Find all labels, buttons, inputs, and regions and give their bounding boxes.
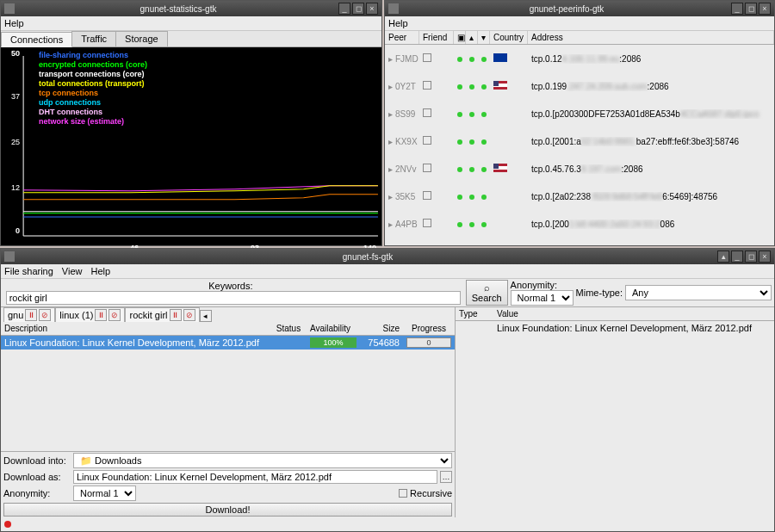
dl-as-label: Download as:	[3, 472, 71, 482]
friend-checkbox[interactable]	[423, 108, 431, 117]
peer-row[interactable]: ▸FJMDtcp.0.124.100.11.99.eu:2086	[385, 45, 774, 72]
tab-close-icon[interactable]: ⊘	[39, 309, 51, 321]
search-icon: ⌕	[484, 282, 490, 293]
col-up-icon[interactable]: ▴	[466, 31, 478, 44]
menu-help[interactable]: Help	[388, 18, 408, 28]
tab-stop-icon[interactable]: ⏸	[25, 309, 37, 321]
keywords-input[interactable]	[6, 291, 461, 305]
col-description[interactable]: Description	[1, 322, 270, 335]
search-tab[interactable]: linux (1)⏸⊘	[55, 307, 125, 322]
peer-row[interactable]: ▸35K5tcp.0.[2a02:238:f028:9d68:54ff:fe66…	[385, 182, 774, 210]
dl-anon-select[interactable]: Normal 1	[73, 486, 136, 501]
expand-icon[interactable]: ▸	[385, 164, 392, 174]
tab-scroll-left[interactable]: ◂	[200, 310, 212, 322]
stats-title: gnunet-statistics-gtk	[20, 4, 337, 14]
peer-row[interactable]: ▸0Y2Ttcp.0.199.247.24.209.sub.com:2086	[385, 72, 774, 100]
tab-close-icon[interactable]: ⊘	[183, 309, 195, 321]
expand-icon[interactable]: ▸	[385, 82, 392, 91]
shade-icon[interactable]: ▴	[717, 251, 729, 263]
col-type[interactable]: Type	[456, 307, 493, 320]
fs-window: gnunet-fs-gtk ▴ _ ◻ × File sharing View …	[0, 248, 775, 532]
tab-stop-icon[interactable]: ⏸	[170, 309, 182, 321]
dl-into-select[interactable]: 📁 Downloads	[73, 453, 452, 468]
close-icon[interactable]: ×	[759, 3, 771, 15]
recursive-checkbox[interactable]	[399, 489, 407, 498]
search-button[interactable]: ⌕Search	[466, 280, 508, 306]
tab-close-icon[interactable]: ⊘	[108, 309, 121, 321]
col-friend[interactable]: Friend	[419, 31, 454, 44]
col-address[interactable]: Address	[528, 31, 774, 44]
anonymity-select[interactable]: Normal 1	[511, 290, 574, 306]
minimize-icon[interactable]: _	[731, 3, 743, 15]
peer-row[interactable]: ▸KX9Xtcp.0.[2001:a02:14b0:9981:ba27:ebff…	[385, 127, 774, 155]
menu-view[interactable]: View	[62, 266, 83, 276]
col-availability[interactable]: Availability	[307, 322, 360, 335]
expand-icon[interactable]: ▸	[385, 137, 392, 146]
col-box-icon[interactable]: ▣	[454, 31, 466, 44]
friend-checkbox[interactable]	[423, 53, 431, 62]
expand-icon[interactable]: ▸	[385, 220, 392, 229]
peer-titlebar[interactable]: gnunet-peerinfo-gtk _ ◻ ×	[385, 1, 774, 16]
download-button[interactable]: Download!	[3, 503, 452, 517]
search-tabs: gnu⏸⊘linux (1)⏸⊘rockit girl⏸⊘◂	[3, 307, 212, 322]
close-icon[interactable]: ×	[366, 3, 378, 15]
minimize-icon[interactable]: _	[731, 251, 743, 263]
menu-help[interactable]: Help	[4, 18, 24, 28]
tab-traffic[interactable]: Traffic	[71, 31, 116, 46]
tab-connections[interactable]: Connections	[1, 32, 72, 47]
status-indicator	[4, 521, 11, 528]
peer-row[interactable]: ▸A4PBtcp.0.[2001:b8:4400:2a50:24:93:2086	[385, 210, 774, 238]
minimize-icon[interactable]: _	[338, 3, 350, 15]
expand-icon[interactable]: ▸	[385, 192, 392, 201]
meta-row[interactable]: Linux Foundation: Linux Kernel Developme…	[456, 321, 774, 335]
mime-select[interactable]: Any	[625, 285, 772, 300]
result-row[interactable]: Linux Foundation: Linux Kernel Developme…	[1, 336, 455, 350]
expand-icon[interactable]: ▸	[385, 54, 392, 64]
app-icon	[4, 3, 15, 14]
col-down-icon[interactable]: ▾	[478, 31, 490, 44]
menu-file-sharing[interactable]: File sharing	[4, 266, 53, 276]
stats-tabs: Connections Traffic Storage	[1, 31, 381, 47]
results-pane: gnu⏸⊘linux (1)⏸⊘rockit girl⏸⊘◂ Descripti…	[1, 307, 456, 517]
stats-titlebar[interactable]: gnunet-statistics-gtk _ ◻ ×	[1, 1, 381, 16]
friend-checkbox[interactable]	[423, 164, 431, 172]
friend-checkbox[interactable]	[423, 81, 431, 90]
menu-help[interactable]: Help	[91, 266, 111, 276]
tab-stop-icon[interactable]: ⏸	[95, 309, 107, 321]
col-peer[interactable]: Peer	[385, 31, 419, 44]
col-country[interactable]: Country	[490, 31, 528, 44]
col-size[interactable]: Size	[360, 322, 403, 335]
fs-menubar: File sharing View Help	[1, 264, 774, 279]
search-tab[interactable]: gnu⏸⊘	[3, 307, 55, 322]
expand-icon[interactable]: ▸	[385, 109, 392, 119]
dl-as-input[interactable]	[73, 470, 437, 484]
browse-button[interactable]: …	[440, 471, 452, 483]
flag-icon	[493, 53, 507, 62]
col-status[interactable]: Status	[270, 322, 307, 335]
col-value[interactable]: Value	[493, 307, 774, 320]
peer-row[interactable]: ▸8S99tcp.0.[p200300DFE7253A01d8EA534b4CC…	[385, 100, 774, 127]
maximize-icon[interactable]: ◻	[745, 3, 757, 15]
peer-menubar: Help	[385, 16, 774, 31]
peer-title: gnunet-peerinfo-gtk	[404, 4, 729, 14]
col-progress[interactable]: Progress	[403, 322, 455, 335]
legend-item: transport connections (core)	[39, 70, 147, 79]
maximize-icon[interactable]: ◻	[745, 251, 757, 263]
peer-table-body: ▸FJMDtcp.0.124.100.11.99.eu:2086▸0Y2Ttcp…	[385, 45, 774, 245]
legend-item: tcp connections	[39, 89, 147, 98]
flag-icon	[493, 164, 507, 172]
tab-storage[interactable]: Storage	[115, 31, 168, 46]
mime-label: Mime-type:	[576, 288, 623, 298]
legend-item: udp connections	[39, 98, 147, 108]
friend-checkbox[interactable]	[423, 136, 431, 145]
friend-checkbox[interactable]	[423, 219, 431, 227]
peer-row[interactable]: ▸2NVvtcp.0.45.76.39.197.com:2086	[385, 155, 774, 182]
close-icon[interactable]: ×	[759, 251, 771, 263]
legend-item: encrypted connections (core)	[39, 60, 147, 70]
maximize-icon[interactable]: ◻	[352, 3, 364, 15]
search-tab[interactable]: rockit girl⏸⊘	[125, 307, 199, 322]
recursive-label: Recursive	[410, 488, 452, 498]
friend-checkbox[interactable]	[423, 191, 431, 200]
meta-header: Type Value	[456, 307, 774, 321]
fs-titlebar[interactable]: gnunet-fs-gtk ▴ _ ◻ ×	[1, 249, 774, 264]
